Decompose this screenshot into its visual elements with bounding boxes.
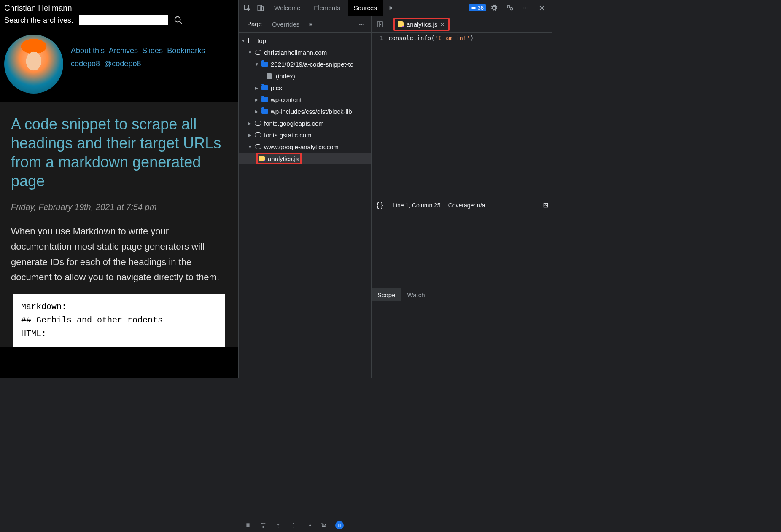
article-body: When you use Markdown to write your docu… [11, 224, 227, 285]
code-line: Markdown: [21, 300, 217, 314]
tree-label: christianheilmann.com [264, 49, 327, 56]
expand-icon[interactable] [539, 199, 552, 212]
tree-domain[interactable]: ▼ www.google-analytics.com [239, 141, 371, 153]
tree-folder[interactable]: ▶ wp-content [239, 94, 371, 105]
tree-folder[interactable]: ▼ 2021/02/19/a-code-snippet-to [239, 58, 371, 70]
nav-link[interactable]: Bookmarks [167, 46, 205, 55]
devtools-tabbar: Welcome Elements Sources 36 [239, 0, 552, 16]
collapse-sidebar-icon[interactable] [374, 19, 386, 30]
avatar [4, 35, 63, 94]
cursor-position: Line 1, Column 25 [393, 202, 441, 209]
kebab-icon[interactable] [356, 19, 368, 30]
nav-link[interactable]: Slides [142, 46, 163, 55]
nav-link[interactable]: @codepo8 [104, 59, 141, 68]
kebab-icon[interactable] [520, 2, 532, 14]
search-label: Search the archives: [4, 16, 73, 25]
code-editor: 1 console.info('I am in!') { } Line 1, C… [372, 33, 552, 378]
nav-tab-page[interactable]: Page [242, 16, 267, 32]
open-file-name: analytics.js [407, 21, 437, 28]
nav-link[interactable]: Archives [109, 46, 138, 55]
coverage-status: Coverage: n/a [448, 202, 485, 209]
sources-tree: ▼ top ▼ christianheilmann.com ▼ 2021/02/… [239, 33, 372, 378]
search-input[interactable] [79, 15, 168, 25]
tree-label: fonts.gstatic.com [264, 132, 312, 139]
tab-welcome[interactable]: Welcome [268, 0, 306, 16]
token-object: console [388, 35, 413, 41]
article-title: A code snippet to scrape all headings an… [11, 115, 227, 191]
code-line: HTML: [21, 327, 217, 341]
nav-link[interactable]: codepo8 [71, 59, 100, 68]
tree-label: pics [271, 84, 282, 91]
article-date: Friday, February 19th, 2021 at 7:54 pm [11, 202, 227, 212]
tab-watch[interactable]: Watch [401, 288, 431, 301]
account-icon[interactable] [504, 2, 516, 14]
svg-rect-3 [258, 5, 261, 11]
close-icon[interactable] [536, 2, 548, 14]
svg-point-15 [363, 24, 364, 25]
issues-badge[interactable]: 36 [469, 4, 486, 11]
tree-label: top [257, 37, 266, 44]
token-method: info [417, 35, 431, 41]
page-viewport: Christian Heilmann Search the archives: … [0, 0, 238, 378]
inspect-element-icon[interactable] [241, 2, 253, 14]
pretty-print-icon[interactable]: { } [372, 199, 388, 212]
device-toolbar-icon[interactable] [255, 2, 267, 14]
tree-domain[interactable]: ▼ christianheilmann.com [239, 46, 371, 58]
devtools-panel: Welcome Elements Sources 36 [238, 0, 552, 378]
sources-subtabs: Page Overrides analytics.js ✕ [239, 16, 552, 33]
tree-label: (index) [276, 73, 295, 80]
svg-rect-5 [471, 7, 475, 9]
code-line[interactable]: console.info('I am in!') [387, 33, 474, 199]
more-tabs-icon[interactable] [385, 2, 396, 14]
line-gutter: 1 [372, 33, 387, 199]
code-line: ## Gerbils and other rodents [21, 314, 217, 327]
svg-point-14 [361, 24, 363, 25]
search-icon[interactable] [174, 16, 183, 25]
tree-label: wp-includes/css/dist/block-lib [271, 108, 352, 115]
tab-scope[interactable]: Scope [372, 288, 401, 301]
close-tab-icon[interactable]: ✕ [440, 21, 445, 28]
tree-folder[interactable]: ▶ pics [239, 82, 371, 94]
tree-label: www.google-analytics.com [264, 143, 339, 150]
tree-folder[interactable]: ▶ wp-includes/css/dist/block-lib [239, 105, 371, 117]
tree-file[interactable]: (index) [239, 70, 371, 82]
nav-tab-overrides[interactable]: Overrides [267, 16, 304, 32]
issue-count: 36 [478, 5, 484, 11]
site-title: Christian Heilmann [4, 3, 234, 13]
tree-label: fonts.googleapis.com [264, 120, 324, 127]
tree-file-selected[interactable]: analytics.js [239, 153, 371, 164]
article: A code snippet to scrape all headings an… [0, 102, 238, 347]
svg-line-1 [180, 21, 182, 24]
token-paren: ) [470, 35, 474, 41]
open-file-tab[interactable]: analytics.js ✕ [393, 18, 450, 31]
line-number: 1 [372, 35, 383, 41]
site-header: Christian Heilmann Search the archives: [0, 0, 238, 30]
js-file-icon [259, 156, 265, 161]
tab-sources[interactable]: Sources [348, 0, 383, 16]
nav-link[interactable]: About this [71, 46, 105, 55]
svg-rect-18 [544, 203, 547, 207]
svg-point-6 [507, 5, 510, 8]
svg-point-13 [359, 24, 361, 25]
code-sample: Markdown: ## Gerbils and other rodents H… [13, 294, 225, 347]
tree-label: 2021/02/19/a-code-snippet-to [271, 61, 353, 68]
token-string: 'I am in!' [435, 35, 470, 41]
svg-point-0 [175, 17, 180, 22]
svg-point-10 [527, 7, 528, 8]
tree-domain[interactable]: ▶ fonts.googleapis.com [239, 117, 371, 129]
svg-rect-4 [261, 7, 264, 11]
js-file-icon [398, 21, 404, 27]
svg-point-8 [523, 7, 525, 8]
gear-icon[interactable] [488, 2, 500, 14]
tree-domain[interactable]: ▶ fonts.gstatic.com [239, 129, 371, 141]
tree-root[interactable]: ▼ top [239, 35, 371, 46]
token-paren: ( [431, 35, 434, 41]
more-nav-tabs-icon[interactable] [304, 19, 316, 30]
tab-elements[interactable]: Elements [308, 0, 346, 16]
tree-label: analytics.js [268, 155, 299, 162]
tree-label: wp-content [271, 96, 302, 103]
editor-status-bar: { } Line 1, Column 25 Coverage: n/a [372, 199, 552, 212]
svg-point-9 [525, 7, 527, 8]
site-nav: About this Archives Slides Bookmarks cod… [0, 30, 238, 102]
